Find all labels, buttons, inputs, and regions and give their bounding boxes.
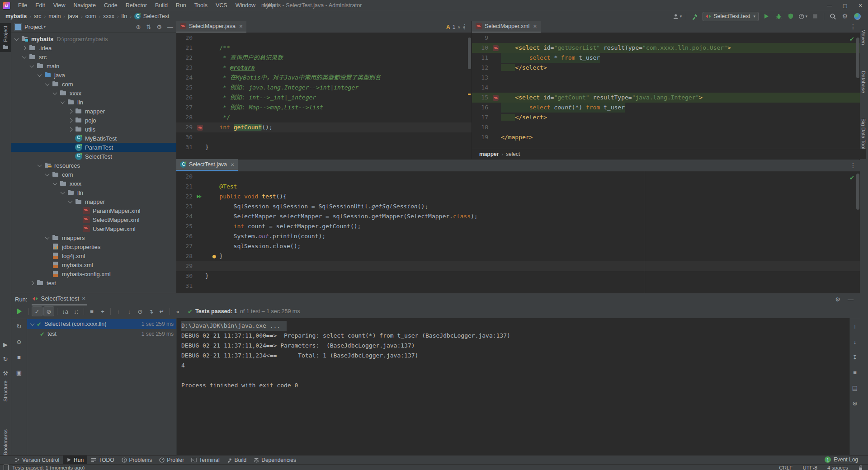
code-line[interactable]: 28 */ [176,113,472,122]
close-button[interactable]: ✕ [853,0,868,11]
code-line[interactable]: 10 <select id="getUserList" resultType="… [472,43,860,53]
tool-window-button-terminal[interactable]: Terminal [188,456,223,465]
menu-window[interactable]: Window [231,0,259,11]
menu-run[interactable]: Run [172,0,190,11]
import-results-icon[interactable]: ↴ [146,307,156,316]
status-message[interactable]: Tests passed: 1 (moments ago) [12,465,85,470]
expand-all-icon[interactable]: ≡ [87,307,97,316]
breadcrumb-item[interactable]: xxxx [102,13,115,19]
tree-item-.idea[interactable]: .idea [11,43,176,52]
code-line[interactable]: 24 SelectMapper selectMapper = sqlSessio… [176,212,860,221]
soft-wrap-icon[interactable]: ≡ [850,368,860,377]
tab-selectmapper-java[interactable]: SelectMapper.java ✕ [176,21,246,33]
code-line[interactable]: 29 [176,261,860,271]
tool-button-structure[interactable]: Structure [0,381,11,402]
runpass-gutter-icon[interactable] [197,194,203,199]
settings-gear-icon[interactable]: ⚙ [840,12,849,21]
code-line[interactable]: 30 [176,132,472,142]
status-icon[interactable] [4,465,9,470]
test-result-row[interactable]: ✔test1 sec 259 ms [27,329,176,339]
services-tool-icon[interactable]: ↻ [0,354,10,363]
gradient-sphere-icon[interactable] [853,12,862,21]
code-line[interactable]: 27 * 例如: Map-->map,List-->list [176,103,472,113]
export-results-icon[interactable]: ↵ [157,307,167,316]
sort-by-duration-icon[interactable]: ↓: [71,307,81,316]
previous-failed-icon[interactable]: ↑ [113,307,123,316]
tree-item-lln[interactable]: lln [11,98,176,107]
tool-window-button-todo[interactable]: TODO [87,456,118,465]
tree-item-parammapper.xml[interactable]: ParamMapper.xml [11,206,176,215]
tree-item-utils[interactable]: utils [11,125,176,134]
code-line[interactable]: 24 * 在MyBatis中，对于Java中常用的类型都设置了类型别名 [176,73,472,83]
tool-window-button-build[interactable]: Build [223,456,250,465]
build-tool-icon[interactable]: ⚒ [0,369,10,378]
tool-button-database[interactable]: Database [861,71,866,93]
tree-item-usermapper.xml[interactable]: UserMapper.xml [11,224,176,233]
locate-file-icon[interactable]: ⊕ [136,24,141,30]
inspection-widget[interactable]: A 1 ˄˅ [446,24,465,30]
tool-window-button-problems[interactable]: Problems [118,456,156,465]
inspections-ok-icon[interactable]: ✔ [849,36,854,42]
indent-indicator[interactable]: 4 spaces [827,465,848,470]
event-log-button[interactable]: 1 Event Log [825,455,858,464]
more-icon[interactable]: » [173,307,183,316]
tree-item-xxxx[interactable]: xxxx [11,179,176,188]
code-line[interactable]: 19</mapper> [472,132,860,142]
code-line[interactable]: 30} [176,271,860,281]
tree-item-pojo[interactable]: pojo [11,116,176,125]
menu-refactor[interactable]: Refactor [122,0,151,11]
code-line[interactable]: 18 [472,122,860,132]
rerun-tests-icon[interactable] [17,308,22,315]
menu-code[interactable]: Code [100,0,122,11]
code-line[interactable]: 31 [176,281,860,291]
clear-all-icon[interactable]: ⊗ [850,399,860,408]
tool-button-bookmarks[interactable]: Bookmarks [0,429,11,456]
code-line[interactable]: 23 * @return [176,63,472,73]
tool-window-button-run[interactable]: Run [63,456,87,465]
code-line[interactable]: 9 [472,33,860,43]
run-tool-icon[interactable]: ▶ [0,340,10,349]
menu-build[interactable]: Build [151,0,172,11]
menu-tools[interactable]: Tools [190,0,212,11]
code-line[interactable]: 25 * 例如: java.lang.Integer-->int|integer [176,83,472,93]
show-passed-icon[interactable]: ✓ [32,306,42,316]
show-ignored-icon[interactable]: ⊘ [43,306,54,316]
run-tab-selecttest[interactable]: SelectTest.test ✕ [32,293,87,306]
scrollbar-thumb[interactable] [468,38,471,69]
tree-item-selecttest[interactable]: SelectTest [11,152,176,161]
tool-button-bigdatatools[interactable]: Big Data Tools [861,118,866,152]
hide-panel-icon[interactable]: — [848,296,854,303]
profiler-button[interactable]: ▾ [798,12,807,21]
settings-gear-icon[interactable]: ⚙ [835,296,840,303]
test-result-row[interactable]: ✔SelectTest (com.xxxx.lln)1 sec 259 ms [27,319,176,329]
tree-item-mybatis[interactable]: mybatisD:\program\mybatis [11,34,176,43]
tree-item-test[interactable]: test [11,278,176,287]
prev-occurrence-icon[interactable]: ↑ [850,322,860,331]
rerun-icon[interactable]: ↻ [14,322,24,331]
code-line[interactable]: 21 @Test [176,182,860,192]
code-line[interactable]: 25 int count = selectMapper.getCount(); [176,221,860,231]
inspections-ok-icon[interactable]: ✔ [849,174,854,181]
code-line[interactable]: 22 public void test(){ [176,192,860,202]
tree-item-com[interactable]: com [11,80,176,89]
menu-edit[interactable]: Edit [31,0,49,11]
chevron-down-icon[interactable]: ▾ [43,24,46,29]
code-area[interactable]: 910 <select id="getUserList" resultType=… [472,28,860,149]
code-line[interactable]: 12 </select> [472,63,860,73]
code-line[interactable]: 13 [472,73,860,83]
code-line[interactable]: 15 <select id="getCount" resultType="jav… [472,93,860,103]
tool-window-button-dependencies[interactable]: Dependencies [250,456,300,465]
breadcrumb-item[interactable]: SelectTest [133,13,170,19]
test-history-icon[interactable]: ⊙ [135,307,145,316]
pin-icon[interactable]: ▣ [14,368,24,377]
collapse-all-icon[interactable]: ÷ [98,307,108,316]
bird-gutter-icon[interactable] [493,45,499,51]
settings-icon[interactable]: ⚙ [156,24,162,30]
bird-gutter-icon[interactable] [493,95,499,101]
code-line[interactable]: 26 System.out.println(count); [176,231,860,241]
code-line[interactable]: 14 [472,83,860,93]
tree-item-com[interactable]: com [11,170,176,179]
code-line[interactable]: 23 SqlSession sqlSession = SqlSessionUti… [176,202,860,212]
tool-window-button-version-control[interactable]: Version Control [11,456,63,465]
tool-button-project[interactable]: Project [0,23,11,52]
